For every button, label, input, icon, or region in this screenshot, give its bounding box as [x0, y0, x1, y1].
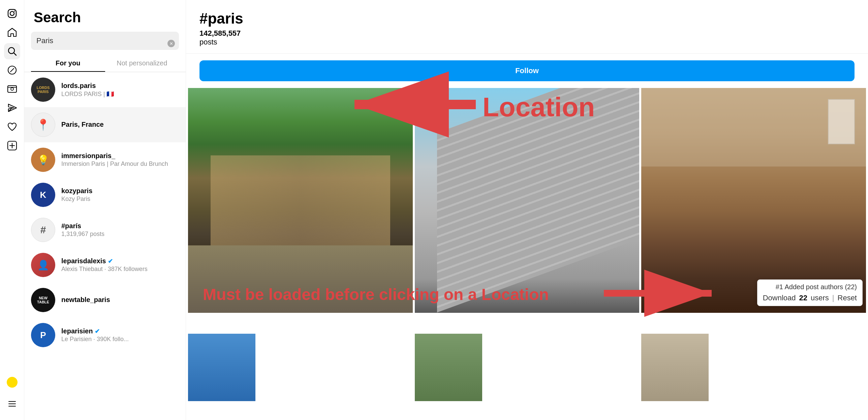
avatar: 👤: [31, 253, 55, 277]
separator: |: [832, 294, 834, 302]
users-label: users: [811, 294, 829, 302]
download-added-text: #1 Added post authors (22): [763, 283, 857, 291]
result-subtitle: Alexis Thiebaut · 387K followers: [61, 266, 179, 273]
reset-button[interactable]: Reset: [838, 294, 857, 302]
photo-cell[interactable]: [188, 334, 255, 401]
tab-not-personalized[interactable]: Not personalized: [105, 55, 179, 72]
search-results-list: LORDSPARIS lords.paris LORDS PARIS | 🇫🇷 …: [24, 72, 186, 420]
svg-point-2: [14, 11, 15, 12]
search-tabs: For you Not personalized: [24, 55, 186, 72]
send-icon[interactable]: [4, 100, 20, 116]
photo-cell[interactable]: #1 Added post authors (22) Download 22 u…: [641, 88, 866, 313]
explore-icon[interactable]: [4, 62, 20, 78]
list-item[interactable]: K kozyparis Kozy Paris: [24, 177, 186, 212]
verified-badge-icon: ✔: [108, 258, 113, 265]
svg-line-4: [14, 53, 16, 55]
result-username: kozyparis: [61, 187, 179, 195]
result-username: newtable_paris: [61, 296, 179, 304]
verified-badge-icon: ✔: [95, 328, 100, 335]
search-title: Search: [24, 0, 186, 32]
result-subtitle: Le Parisien · 390K follo...: [61, 336, 179, 343]
result-subtitle: 1,319,967 posts: [61, 231, 179, 238]
result-subtitle: LORDS PARIS | 🇫🇷: [61, 90, 179, 98]
more-menu-icon[interactable]: [4, 396, 20, 412]
search-panel: Search ✕ For you Not personalized LORDSP…: [24, 0, 186, 420]
list-item[interactable]: P leparisien ✔ Le Parisien · 390K follo.…: [24, 318, 186, 353]
list-item[interactable]: 👤 leparisdalexis ✔ Alexis Thiebaut · 387…: [24, 247, 186, 282]
result-username: leparisien ✔: [61, 327, 179, 335]
result-username: lords.paris: [61, 82, 179, 90]
avatar: P: [31, 323, 55, 347]
list-item[interactable]: 💡 immersionparis_ Immersion Paris | Par …: [24, 142, 186, 177]
hashtag-post-count: 142,585,557 posts: [199, 29, 855, 47]
photo-cell[interactable]: [415, 334, 482, 401]
main-content: #paris 142,585,557 posts Follow: [186, 0, 868, 420]
result-username: leparisdalexis ✔: [61, 257, 179, 265]
result-username: immersionparis_: [61, 152, 179, 160]
hashtag-header: #paris 142,585,557 posts: [186, 0, 868, 54]
download-button[interactable]: Download: [763, 294, 796, 302]
search-input-wrap: ✕: [24, 32, 186, 55]
photo-cell[interactable]: [415, 88, 640, 313]
result-username: Paris, France: [61, 121, 179, 128]
search-clear-button[interactable]: ✕: [167, 40, 175, 47]
result-subtitle: Immersion Paris | Par Amour du Brunch: [61, 160, 179, 168]
hashtag-title: #paris: [199, 10, 855, 27]
avatar: #: [31, 218, 55, 242]
list-item[interactable]: LORDSPARIS lords.paris LORDS PARIS | 🇫🇷: [24, 72, 186, 107]
svg-rect-6: [8, 86, 17, 92]
avatar: NEWTABLE: [31, 288, 55, 312]
photo-grid: #1 Added post authors (22) Download 22 u…: [186, 88, 868, 420]
avatar: 💡: [31, 148, 55, 172]
download-row: Download 22 users | Reset: [763, 294, 857, 302]
download-panel: #1 Added post authors (22) Download 22 u…: [757, 279, 863, 306]
download-count: 22: [799, 294, 807, 302]
photo-cell[interactable]: [641, 334, 709, 401]
home-icon[interactable]: [4, 24, 20, 40]
search-input[interactable]: [31, 32, 179, 50]
list-item[interactable]: 📍 Paris, France: [24, 107, 186, 142]
photo-cell[interactable]: [188, 88, 413, 313]
avatar: K: [31, 183, 55, 207]
svg-point-1: [10, 11, 14, 16]
list-item[interactable]: NEWTABLE newtable_paris: [24, 282, 186, 318]
search-nav-icon[interactable]: [4, 43, 20, 59]
svg-point-7: [11, 88, 13, 90]
tab-for-you[interactable]: For you: [31, 55, 105, 72]
follow-button[interactable]: Follow: [199, 60, 855, 81]
instagram-logo-icon[interactable]: [4, 5, 20, 22]
reels-icon[interactable]: [4, 81, 20, 97]
heart-icon[interactable]: [4, 119, 20, 135]
result-username: #parís: [61, 222, 179, 230]
user-avatar[interactable]: [7, 377, 18, 388]
sidebar-nav: [0, 0, 24, 420]
avatar: 📍: [31, 113, 55, 137]
svg-rect-0: [8, 9, 16, 18]
create-icon[interactable]: [4, 138, 20, 154]
avatar: LORDSPARIS: [31, 78, 55, 102]
result-subtitle: Kozy Paris: [61, 196, 179, 203]
list-item[interactable]: # #parís 1,319,967 posts: [24, 212, 186, 247]
